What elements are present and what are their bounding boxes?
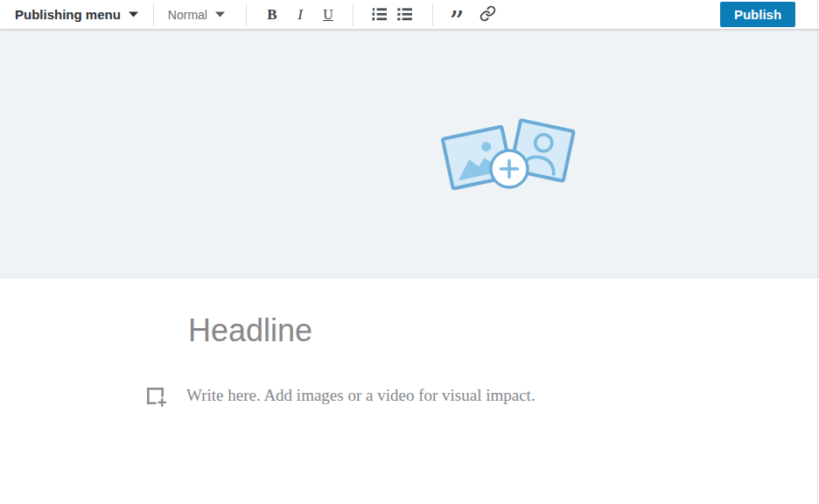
bold-button[interactable]: B <box>258 3 286 27</box>
body-placeholder-text: Write here. Add images or a video for vi… <box>186 386 536 404</box>
insert-link-button[interactable] <box>472 3 504 27</box>
publishing-menu-label: Publishing menu <box>15 7 121 22</box>
bullet-list-icon <box>397 8 412 21</box>
paragraph-style-dropdown[interactable]: Normal <box>168 8 225 22</box>
headline-input[interactable]: Headline <box>188 278 819 351</box>
blockquote-button[interactable]: ” <box>441 3 472 27</box>
add-media-icon[interactable] <box>146 387 167 411</box>
format-group: B I U <box>258 3 342 27</box>
body-text-input[interactable]: Write here. Add images or a video for vi… <box>186 386 819 405</box>
chevron-down-icon <box>215 11 225 18</box>
cover-image-upload-area[interactable] <box>0 30 819 278</box>
article-editor-page: Publishing menu Normal B I U <box>0 0 819 504</box>
quote-icon: ” <box>449 18 464 26</box>
page-right-edge <box>817 0 818 504</box>
ordered-list-button[interactable] <box>367 3 392 27</box>
media-group: ” <box>441 3 504 27</box>
toolbar-divider <box>153 4 154 26</box>
publish-button[interactable]: Publish <box>720 2 795 27</box>
publishing-menu-dropdown[interactable]: Publishing menu <box>15 7 138 22</box>
ordered-list-icon <box>372 8 387 21</box>
paragraph-style-value: Normal <box>168 8 207 22</box>
editor-toolbar: Publishing menu Normal B I U <box>0 0 819 30</box>
bullet-list-button[interactable] <box>392 3 417 27</box>
underline-button[interactable]: U <box>314 3 342 27</box>
add-cover-images-icon[interactable] <box>436 114 584 197</box>
list-group <box>367 3 417 27</box>
italic-button[interactable]: I <box>286 3 314 27</box>
link-icon <box>480 5 496 24</box>
toolbar-divider <box>353 4 354 26</box>
toolbar-divider <box>432 4 433 26</box>
toolbar-divider <box>246 4 247 26</box>
chevron-down-icon <box>129 11 138 18</box>
article-body-area: Headline Write here. Add images or a vid… <box>0 278 819 503</box>
